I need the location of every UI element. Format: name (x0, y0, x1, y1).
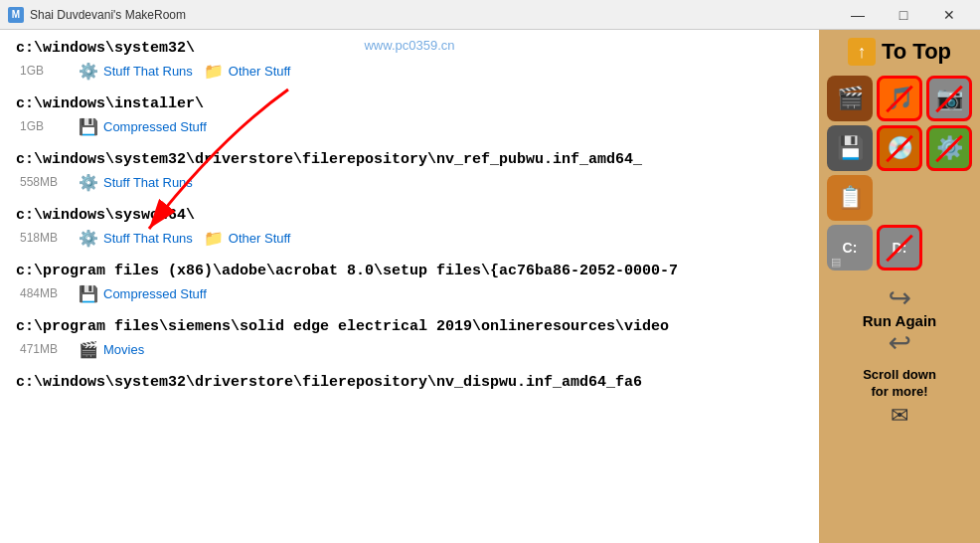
no-entry-dvd (877, 125, 922, 171)
category-label-runs-3[interactable]: Stuff That Runs (103, 175, 193, 190)
no-entry-drive-d (877, 225, 922, 271)
to-top-label: To Top (882, 39, 951, 65)
category-label-runs-1[interactable]: Stuff That Runs (103, 64, 193, 79)
dvd-icon-btn[interactable]: 💿 (877, 125, 922, 171)
gear-icon-btn[interactable]: ⚙️ (926, 125, 972, 171)
icon-grid: 🎬 🎵 📷 💾 💿 ⚙️ (827, 76, 972, 271)
disk-icon-btn[interactable]: 💾 (827, 125, 873, 171)
folder-size-4: 518MB (20, 231, 68, 245)
folder-size-5: 484MB (20, 286, 68, 300)
folder-meta-5: 484MB 💾 Compressed Stuff (20, 282, 803, 304)
folder-path-1: c:\windows\system32\ (16, 40, 803, 57)
drive-c-btn[interactable]: C: ▤ (827, 225, 873, 271)
close-button[interactable]: ✕ (926, 0, 972, 30)
category-runs-1[interactable]: ⚙️ Stuff That Runs (78, 60, 193, 82)
category-compressed-5[interactable]: 💾 Compressed Stuff (78, 282, 207, 304)
music-icon-btn[interactable]: 🎵 (877, 76, 922, 121)
gear-icon-3: ⚙️ (78, 171, 99, 193)
folder-path-5: c:\program files (x86)\adobe\acrobat 8.0… (16, 263, 803, 279)
empty-cell-3 (926, 225, 972, 271)
to-top-arrow-icon: ↑ (848, 38, 876, 66)
folder-path-4: c:\windows\syswow64\ (16, 207, 803, 224)
category-label-movies-6[interactable]: Movies (103, 342, 144, 357)
folder-entry-2: c:\windows\installer\ 1GB 💾 Compressed S… (16, 95, 803, 137)
category-label-compressed-5[interactable]: Compressed Stuff (103, 286, 207, 301)
disk-icon-2: 💾 (78, 115, 99, 137)
scroll-down-section: Scroll downfor more! ✉ (863, 367, 936, 429)
folder-entry-5: c:\program files (x86)\adobe\acrobat 8.0… (16, 263, 803, 304)
run-again-arrow-up: ↩ (889, 284, 911, 312)
film-icon-6: 🎬 (78, 338, 99, 360)
folder-size-2: 1GB (20, 119, 68, 133)
folder-entry-6: c:\program files\siemens\solid edge elec… (16, 318, 803, 360)
content-panel: www.pc0359.cn c:\windows\system32\ 1GB ⚙… (0, 30, 819, 543)
title-bar: M Shai Duvdevani's MakeRoom — □ ✕ (0, 0, 980, 30)
run-again-section: ↩ Run Again ↪ (863, 284, 936, 357)
folder-meta-6: 471MB 🎬 Movies (20, 338, 803, 360)
maximize-button[interactable]: □ (881, 0, 926, 30)
category-other-4[interactable]: 📁 Other Stuff (203, 227, 291, 249)
category-label-other-4[interactable]: Other Stuff (229, 231, 291, 246)
folder-entry-7: c:\windows\system32\driverstore\filerepo… (16, 374, 803, 391)
folder-entry-1: c:\windows\system32\ 1GB ⚙️ Stuff That R… (16, 40, 803, 82)
window-controls: — □ ✕ (835, 0, 972, 30)
scroll-down-label: Scroll downfor more! (863, 367, 936, 401)
category-compressed-2[interactable]: 💾 Compressed Stuff (78, 115, 207, 137)
folder-icon-1: 📁 (203, 60, 225, 82)
folder-size-1: 1GB (20, 64, 68, 78)
category-label-other-1[interactable]: Other Stuff (229, 64, 291, 79)
folder-entry-4: c:\windows\syswow64\ 518MB ⚙️ Stuff That… (16, 207, 803, 249)
folder-meta-3: 558MB ⚙️ Stuff That Runs (20, 171, 803, 193)
folder-path-6: c:\program files\siemens\solid edge elec… (16, 318, 803, 335)
folder-path-3: c:\windows\system32\driverstore\filerepo… (16, 151, 803, 168)
camera-icon-btn[interactable]: 📷 (926, 76, 972, 121)
folder-icon-4: 📁 (203, 227, 225, 249)
film-icon-btn[interactable]: 🎬 (827, 76, 873, 121)
folder-meta-2: 1GB 💾 Compressed Stuff (20, 115, 803, 137)
minimize-button[interactable]: — (835, 0, 881, 30)
empty-cell (877, 175, 922, 221)
no-entry-camera (926, 76, 972, 121)
folder-path-2: c:\windows\installer\ (16, 95, 803, 112)
folder-entry-3: c:\windows\system32\driverstore\filerepo… (16, 151, 803, 193)
folder-size-3: 558MB (20, 175, 68, 189)
folder-size-6: 471MB (20, 342, 68, 356)
category-runs-4[interactable]: ⚙️ Stuff That Runs (78, 227, 193, 249)
category-other-1[interactable]: 📁 Other Stuff (203, 60, 291, 82)
docs-icon-btn[interactable]: 📋 (827, 175, 873, 221)
no-entry-music (877, 76, 922, 121)
category-label-compressed-2[interactable]: Compressed Stuff (103, 119, 207, 134)
drive-d-btn[interactable]: D: (877, 225, 922, 271)
gear-icon: ⚙️ (78, 60, 99, 82)
folder-path-7: c:\windows\system32\driverstore\filerepo… (16, 374, 803, 391)
folder-meta-4: 518MB ⚙️ Stuff That Runs 📁 Other Stuff (20, 227, 803, 249)
empty-cell-2 (926, 175, 972, 221)
category-runs-3[interactable]: ⚙️ Stuff That Runs (78, 171, 193, 193)
category-label-runs-4[interactable]: Stuff That Runs (103, 231, 193, 246)
main-area: www.pc0359.cn c:\windows\system32\ 1GB ⚙… (0, 30, 980, 543)
disk-icon-5: 💾 (78, 282, 99, 304)
gear-icon-4: ⚙️ (78, 227, 99, 249)
app-icon: M (8, 7, 24, 23)
sidebar: ↑ To Top 🎬 🎵 📷 💾 💿 (819, 30, 980, 543)
run-again-arrow-down: ↪ (889, 329, 911, 357)
mail-icon[interactable]: ✉ (891, 403, 908, 429)
category-movies-6[interactable]: 🎬 Movies (78, 338, 144, 360)
no-entry-gear (926, 125, 972, 171)
to-top-button[interactable]: ↑ To Top (848, 38, 951, 66)
app-title: Shai Duvdevani's MakeRoom (30, 8, 186, 22)
folder-meta-1: 1GB ⚙️ Stuff That Runs 📁 Other Stuff (20, 60, 803, 82)
